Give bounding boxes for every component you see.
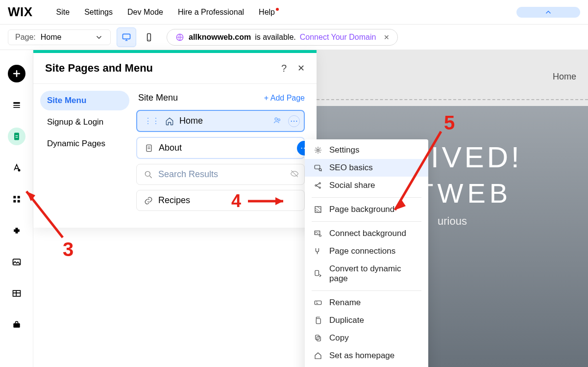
close-domain-bar[interactable]: ✕: [384, 33, 390, 41]
panel-help-button[interactable]: ?: [281, 63, 287, 74]
page-context-menu: Settings SEO basics Social share Page ba…: [305, 139, 428, 367]
domain-bar: allknowweb.com is available. Connect You…: [167, 29, 398, 46]
top-menubar: WIX Site Settings Dev Mode Hire a Profes…: [0, 0, 588, 25]
wix-logo: WIX: [8, 4, 33, 20]
ctx-social-share[interactable]: Social share: [305, 177, 428, 194]
globe-icon: [175, 32, 185, 42]
svg-rect-5: [13, 105, 20, 106]
device-mobile[interactable]: [139, 27, 159, 47]
briefcase-icon: [12, 320, 22, 330]
plus-icon: [12, 69, 22, 79]
menu-hire-professional[interactable]: Hire a Professional: [178, 8, 244, 17]
device-desktop[interactable]: [117, 27, 136, 47]
menu-help[interactable]: Help: [259, 8, 275, 17]
ctx-duplicate[interactable]: Duplicate: [305, 312, 428, 329]
apps-button[interactable]: [8, 190, 25, 208]
svg-point-8: [18, 169, 20, 172]
design-button[interactable]: [8, 159, 25, 177]
sections-button[interactable]: [8, 96, 25, 114]
svg-point-24: [319, 183, 320, 184]
menu-settings[interactable]: Settings: [84, 8, 113, 17]
page-dropdown[interactable]: Page: Home: [8, 29, 111, 45]
page-item-search-results[interactable]: Search Results: [136, 164, 305, 185]
grid-icon: [12, 194, 22, 204]
seo-icon: [314, 163, 322, 172]
desktop-icon: [122, 32, 131, 42]
add-elements-button[interactable]: [8, 65, 25, 82]
svg-rect-30: [315, 301, 321, 305]
page-value: Home: [41, 33, 62, 42]
page-item-label: About: [159, 143, 182, 153]
link-icon: [144, 196, 153, 206]
rename-icon: [314, 298, 322, 307]
ctx-copy[interactable]: Copy: [305, 329, 428, 347]
data-button[interactable]: [8, 285, 25, 302]
puzzle-icon: [12, 226, 22, 236]
panel-page-list: Site Menu + Add Page ⋮⋮ Home ⋯ About ⋯ S…: [136, 84, 317, 228]
top-collapse-pill[interactable]: [516, 7, 580, 18]
page-more-button[interactable]: ⋯: [288, 115, 300, 127]
ctx-rename[interactable]: Rename: [305, 294, 428, 312]
svg-rect-29: [315, 270, 319, 276]
duplicate-icon: [314, 316, 322, 325]
panel-title: Site Pages and Menu: [45, 62, 153, 75]
svg-point-25: [319, 187, 320, 188]
ctx-label: Connect background: [329, 229, 406, 238]
tab-signup-login[interactable]: Signup & Login: [40, 112, 129, 132]
menu-site[interactable]: Site: [56, 8, 70, 17]
home-icon: [165, 116, 174, 126]
pages-menu-button[interactable]: [8, 128, 25, 145]
ctx-connect-background[interactable]: Connect background: [305, 225, 428, 242]
svg-point-16: [275, 118, 277, 120]
editor-left-toolbar: [0, 50, 33, 367]
tab-site-menu[interactable]: Site Menu: [40, 91, 129, 110]
svg-rect-15: [13, 323, 20, 328]
business-button[interactable]: [8, 316, 25, 334]
ctx-convert-dynamic[interactable]: Convert to dynamic page: [305, 260, 428, 288]
ctx-label: Social share: [329, 181, 375, 190]
svg-rect-11: [13, 200, 16, 203]
collaborators-icon: [272, 115, 282, 127]
svg-rect-32: [316, 335, 319, 340]
ctx-page-connections[interactable]: Page connections: [305, 242, 428, 260]
addons-button[interactable]: [8, 222, 25, 239]
page-simple-icon: [144, 143, 154, 153]
ctx-hide-from-menu[interactable]: Hide from menu: [305, 365, 428, 367]
ctx-label: Rename: [329, 298, 361, 308]
svg-point-20: [317, 149, 319, 152]
annotation-3: 3: [63, 238, 74, 260]
site-nav-home[interactable]: Home: [553, 72, 576, 82]
page-item-label: Search Results: [158, 169, 218, 180]
chevron-down-icon: [95, 33, 103, 42]
page-item-about[interactable]: About ⋯: [136, 137, 305, 159]
menu-devmode[interactable]: Dev Mode: [127, 8, 163, 17]
tab-dynamic-pages[interactable]: Dynamic Pages: [40, 134, 129, 154]
top-menu: Site Settings Dev Mode Hire a Profession…: [56, 8, 275, 17]
drag-handle-icon[interactable]: ⋮⋮: [144, 116, 160, 126]
ctx-set-homepage[interactable]: Set as homepage: [305, 347, 428, 365]
chevron-up-icon: [544, 8, 553, 17]
ctx-page-background[interactable]: Page background: [305, 201, 428, 218]
media-button[interactable]: [8, 253, 25, 271]
page-item-recipes[interactable]: Recipes: [136, 190, 305, 211]
sub-bar: Page: Home allknowweb.com is available. …: [0, 25, 588, 50]
panel-body: Site Menu Signup & Login Dynamic Pages S…: [33, 84, 317, 228]
panel-close-button[interactable]: ✕: [297, 63, 305, 74]
panel-left-tabs: Site Menu Signup & Login Dynamic Pages: [33, 84, 136, 228]
svg-point-19: [145, 171, 150, 176]
connect-domain-link[interactable]: Connect Your Domain: [300, 33, 376, 42]
domain-available-text: is available.: [255, 33, 296, 42]
domain-name: allknowweb.com: [189, 33, 251, 42]
svg-rect-21: [315, 165, 320, 169]
ctx-label: SEO basics: [329, 163, 373, 173]
svg-rect-0: [123, 34, 130, 39]
ctx-seo-basics[interactable]: SEO basics: [305, 159, 428, 177]
ctx-label: Set as homepage: [329, 351, 394, 361]
ctx-settings[interactable]: Settings: [305, 141, 428, 159]
svg-point-28: [319, 235, 321, 236]
svg-rect-7: [14, 133, 19, 140]
ctx-divider: [312, 221, 421, 222]
svg-rect-9: [13, 196, 16, 198]
add-page-button[interactable]: + Add Page: [264, 94, 305, 103]
page-item-home[interactable]: ⋮⋮ Home ⋯: [136, 110, 305, 132]
